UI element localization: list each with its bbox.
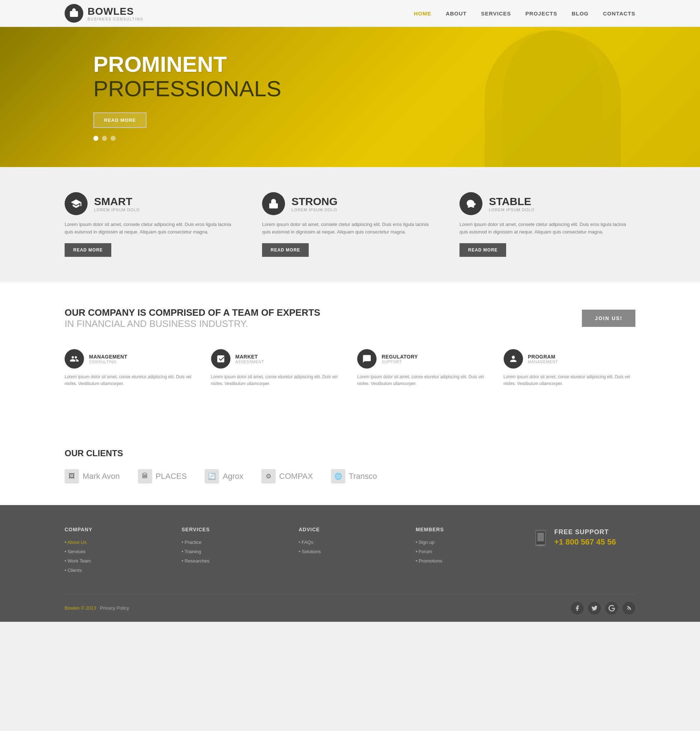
footer-link-training: Training xyxy=(182,548,284,555)
service-program: PROGRAM MANAGEMENT Lorem ipsum dolor sit… xyxy=(504,349,636,387)
company-title: OUR COMPANY IS COMPRISED OF A TEAM OF EX… xyxy=(64,307,320,329)
privacy-policy-link[interactable]: Privacy Policy xyxy=(100,605,129,611)
support-phone: +1 800 567 45 56 xyxy=(554,537,616,547)
hero-section: PROMINENT PROFESSIONALS READ MORE xyxy=(0,27,700,167)
svg-point-4 xyxy=(472,203,473,204)
service-program-text: Lorem ipsum dolor sit amet, conse eturet… xyxy=(504,374,636,387)
nav-home[interactable]: HOME xyxy=(414,10,432,16)
nav-services[interactable]: SERVICES xyxy=(481,10,511,16)
footer-members-links: Sign up Forum Promotions xyxy=(416,539,518,564)
footer-link-forum: Forum xyxy=(416,548,518,555)
client-agrox-label: Agrox xyxy=(223,472,243,481)
logo-title: BOWLES xyxy=(88,6,144,17)
footer-link-promotions: Promotions xyxy=(416,558,518,564)
client-places-icon: 🏛 xyxy=(138,469,152,483)
logo-text: BOWLES BUSINESS CONSULTING xyxy=(88,6,144,21)
googleplus-icon[interactable] xyxy=(605,602,618,615)
feature-smart-text: Lorem ipsum dolor sit amet, consete ctet… xyxy=(64,221,240,236)
nav-contacts[interactable]: CONTACTS xyxy=(603,10,636,16)
support-area: FREE SUPPORT +1 800 567 45 56 xyxy=(533,528,636,548)
dot-3[interactable] xyxy=(111,136,116,141)
client-mark-avon-label: Mark Avon xyxy=(83,472,120,481)
hero-person-image xyxy=(485,31,621,167)
footer-company-title: COMPANY xyxy=(64,527,167,532)
nav-projects[interactable]: PROJECTS xyxy=(526,10,558,16)
hero-content: PROMINENT PROFESSIONALS READ MORE xyxy=(93,53,281,141)
client-transco: 🌐 Transco xyxy=(331,469,377,483)
feature-stable-btn[interactable]: READ MORE xyxy=(460,243,506,257)
footer-link-solutions: Solutions xyxy=(299,548,401,555)
footer-link-services: Services xyxy=(64,548,167,555)
logo-icon xyxy=(64,4,83,23)
site-footer: COMPANY About Us Services Work Team Clie… xyxy=(0,505,700,622)
footer-link-workteam: Work Team xyxy=(64,558,167,564)
footer-advice-title: ADVICE xyxy=(299,527,401,532)
service-market-header: MARKET ASSESSMENT xyxy=(211,349,343,368)
feature-strong-title: STRONG LOREM IPSUM DOLO xyxy=(291,195,337,212)
footer-company-links: About Us Services Work Team Clients xyxy=(64,539,167,573)
services-grid: MANAGEMENT CONSULTING Lorem ipsum dolor … xyxy=(64,349,636,387)
service-market: MARKET ASSESSMENT Lorem ipsum dolor sit … xyxy=(211,349,343,387)
footer-copyright: Bowles © 2013 Privacy Policy xyxy=(64,605,129,611)
facebook-icon[interactable] xyxy=(571,602,584,615)
footer-brand: Bowles xyxy=(64,605,80,611)
join-button[interactable]: JOIN US! xyxy=(582,310,636,327)
feature-strong-header: STRONG LOREM IPSUM DOLO xyxy=(262,192,438,215)
service-program-title: PROGRAM MANAGEMENT xyxy=(528,354,558,364)
client-compax-icon: ⚙ xyxy=(261,469,276,483)
footer-services-links: Practice Training Researches xyxy=(182,539,284,564)
nav-blog[interactable]: BLOG xyxy=(571,10,588,16)
clients-logos: 🖼 Mark Avon 🏛 PLACES 🔄 Agrox ⚙ COMPAX 🌐 … xyxy=(64,469,636,483)
logo: BOWLES BUSINESS CONSULTING xyxy=(64,4,144,23)
logo-subtitle: BUSINESS CONSULTING xyxy=(88,17,144,21)
feature-strong-btn[interactable]: READ MORE xyxy=(262,243,309,257)
footer-link-practice: Practice xyxy=(182,539,284,545)
footer-services-title: SERVICES xyxy=(182,527,284,532)
client-compax-label: COMPAX xyxy=(279,472,313,481)
support-text: FREE SUPPORT +1 800 567 45 56 xyxy=(554,528,616,547)
client-mark-avon-icon: 🖼 xyxy=(64,469,79,483)
service-regulatory: REGULATORY SUPPORT Lorem ipsum dolor sit… xyxy=(357,349,489,387)
service-management-text: Lorem ipsum dolor sit amet, conse eturet… xyxy=(64,374,197,387)
dot-1[interactable] xyxy=(93,136,98,141)
twitter-icon[interactable] xyxy=(588,602,601,615)
feature-smart-header: SMART LOREM IPSUM DOLO xyxy=(64,192,240,215)
company-section: OUR COMPANY IS COMPRISED OF A TEAM OF EX… xyxy=(0,282,700,434)
client-places: 🏛 PLACES xyxy=(138,469,187,483)
client-mark-avon: 🖼 Mark Avon xyxy=(64,469,120,483)
hero-figure xyxy=(470,27,636,167)
hero-line1: PROMINENT xyxy=(93,53,281,75)
feature-smart-title: SMART LOREM IPSUM DOLO xyxy=(94,195,140,212)
service-management-header: MANAGEMENT CONSULTING xyxy=(64,349,197,368)
footer-link-researches: Researches xyxy=(182,558,284,564)
rss-icon[interactable] xyxy=(622,602,636,615)
company-header: OUR COMPANY IS COMPRISED OF A TEAM OF EX… xyxy=(64,307,636,329)
svg-point-9 xyxy=(627,609,627,610)
nav-about[interactable]: ABOUT xyxy=(446,10,467,16)
service-management-title: MANAGEMENT CONSULTING xyxy=(89,354,127,364)
features-section: SMART LOREM IPSUM DOLO Lorem ipsum dolor… xyxy=(0,167,700,282)
people-icon xyxy=(64,349,84,368)
dot-2[interactable] xyxy=(102,136,107,141)
feature-stable-title: STABLE LOREM IPSUM DOLO xyxy=(489,195,535,212)
service-market-text: Lorem ipsum dolor sit amet, conse eturet… xyxy=(211,374,343,387)
site-header: BOWLES BUSINESS CONSULTING HOME ABOUT SE… xyxy=(0,0,700,27)
footer-members-title: MEMBERS xyxy=(416,527,518,532)
footer-members-col: MEMBERS Sign up Forum Promotions xyxy=(416,527,518,576)
person-icon xyxy=(504,349,523,368)
client-places-label: PLACES xyxy=(156,472,187,481)
social-icons xyxy=(571,602,636,615)
svg-rect-2 xyxy=(269,203,278,209)
svg-point-3 xyxy=(469,203,470,204)
feature-smart-btn[interactable]: READ MORE xyxy=(64,243,111,257)
clients-title: OUR CLIENTS xyxy=(64,448,636,458)
feature-strong-text: Lorem ipsum dolor sit amet, consete ctet… xyxy=(262,221,438,236)
client-compax: ⚙ COMPAX xyxy=(261,469,313,483)
chart-icon xyxy=(211,349,230,368)
footer-support-col: FREE SUPPORT +1 800 567 45 56 xyxy=(533,527,636,576)
service-program-header: PROGRAM MANAGEMENT xyxy=(504,349,636,368)
client-transco-icon: 🌐 xyxy=(331,469,345,483)
hero-cta-button[interactable]: READ MORE xyxy=(93,112,146,128)
support-label: FREE SUPPORT xyxy=(554,528,616,536)
main-nav: HOME ABOUT SERVICES PROJECTS BLOG CONTAC… xyxy=(414,10,636,16)
